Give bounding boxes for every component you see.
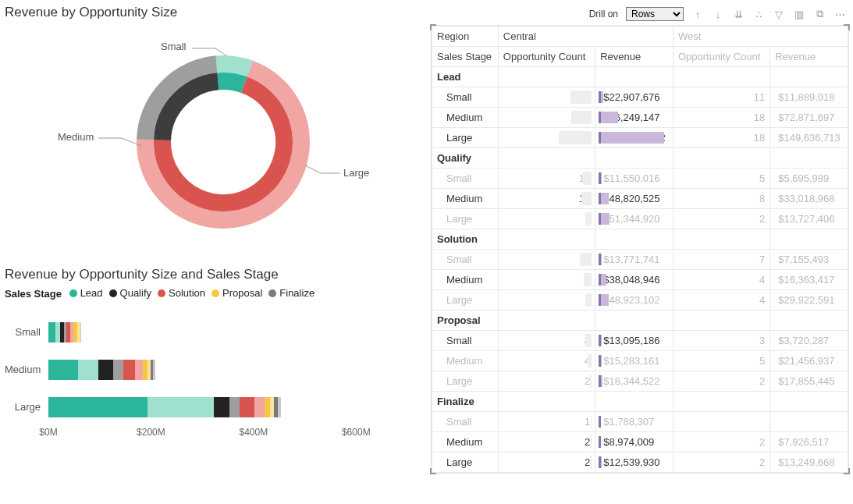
filter-icon[interactable]: ▽ [773,8,785,20]
popout-icon[interactable]: ⧉ [813,8,826,20]
matrix-group-head[interactable]: Proposal [432,311,499,331]
bar-segment[interactable] [254,397,265,417]
matrix-group-head[interactable]: Solution [432,229,499,250]
matrix-cell-opp: 26 [498,87,595,108]
bar-segment[interactable] [78,360,98,380]
matrix-group-head[interactable]: Lead [432,67,499,87]
focus-mode-icon[interactable]: ▥ [793,8,805,20]
bar-segment[interactable] [98,360,113,380]
bar-segment[interactable] [229,397,240,417]
matrix-cell-opp: 12 [498,189,595,209]
donut-label-medium: Medium [58,131,94,143]
bar-segment[interactable] [113,360,123,380]
legend-swatch-icon [109,289,117,297]
matrix-header-region[interactable]: West [673,27,848,47]
bar-segment[interactable] [147,397,214,417]
matrix-row[interactable]: Medium4$15,283,1615$21,456,937 [432,351,848,371]
matrix-cell-opp: 3 [673,331,769,351]
matrix-cell-opp: 2 [673,371,769,392]
matrix-cell-rev: $149,636,713 [770,128,848,148]
legend-label: Solution [169,287,205,299]
axis-tick: $400M [239,427,268,438]
matrix-cell-opp: 2 [673,453,769,473]
matrix-row[interactable]: Medium2$8,974,0092$7,926,517 [432,432,848,453]
matrix-header[interactable]: Sales Stage [432,47,499,67]
axis-tick: $0M [39,427,57,438]
bar-category-label: Medium [5,364,48,375]
drill-on-select[interactable]: RowsColumns [626,7,684,21]
bar-segment[interactable] [135,360,143,380]
legend-item[interactable]: Solution [158,287,205,299]
matrix-row[interactable]: Medium9$38,048,9464$16,363,417 [432,270,848,290]
matrix-row[interactable]: Small1$1,788,307 [432,412,848,432]
matrix-cell-rev: $12,539,930 [595,453,674,473]
matrix-group-head[interactable]: Finalize [432,392,499,412]
legend-item[interactable]: Proposal [211,287,262,299]
drill-down-icon[interactable]: ↓ [712,8,724,20]
matrix-cell-rev: $15,283,161 [595,351,674,371]
matrix-cell-opp: 18 [673,108,769,128]
bar-segment[interactable] [214,397,229,417]
matrix-row[interactable]: Small26$22,907,67611$11,889,018 [432,87,848,108]
matrix-row[interactable]: Medium12$48,820,5258$33,018,968 [432,189,848,209]
matrix-cell-rev: $18,344,522 [595,371,674,392]
expand-down-icon[interactable]: ⇊ [732,8,745,20]
legend-item[interactable]: Qualify [109,287,151,299]
bar-segment[interactable] [48,322,55,343]
matrix-cell-rev: $8,974,009 [595,432,674,453]
bar-segment[interactable] [240,397,254,417]
matrix-visual[interactable]: RegionCentralWestSales StageOpportunity … [431,25,849,474]
matrix-header[interactable]: Region [432,27,499,47]
legend-label: Finalize [279,287,315,299]
matrix-row[interactable]: Medium25$96,249,14718$72,871,697 [432,108,848,128]
matrix-row-label: Medium [432,351,499,371]
matrix-header-region[interactable]: Central [498,27,673,47]
matrix-cell-rev: $13,771,741 [595,250,674,270]
matrix-row[interactable]: Large2$12,539,9302$13,249,668 [432,453,848,473]
matrix-header-measure[interactable]: Opportunity Count [673,47,769,67]
bar-segment[interactable] [153,360,155,380]
matrix-row[interactable]: Large7$48,923,1024$29,922,591 [432,290,848,311]
bar-segment[interactable] [265,397,270,417]
matrix-row-label: Small [432,169,499,189]
expand-all-icon[interactable]: ⛬ [752,8,765,20]
matrix-cell-rev: $48,820,525 [595,189,674,209]
matrix-header-measure[interactable]: Revenue [770,47,848,67]
legend-item[interactable]: Finalize [268,287,315,299]
matrix-row-label: Medium [432,270,499,290]
bar-segment[interactable] [278,397,280,417]
bar-row[interactable]: Medium [5,351,411,389]
matrix-cell-rev: $16,363,417 [770,270,848,290]
drill-up-icon[interactable]: ↑ [691,8,704,20]
matrix-cell-rev: $51,344,920 [595,209,674,229]
bar-row[interactable]: Large [5,389,411,426]
matrix-cell-rev: $3,720,287 [770,331,848,351]
matrix-row[interactable]: Small13$13,771,7417$7,155,493 [432,250,848,270]
donut-chart[interactable]: Small Medium Large [52,25,379,251]
bar-segment[interactable] [48,360,78,380]
matrix-cell-opp: 4 [673,270,769,290]
matrix-group-head[interactable]: Qualify [432,148,499,169]
more-options-icon[interactable]: ⋯ [833,8,846,20]
matrix-row[interactable]: Large2$18,344,5222$17,855,445 [432,371,848,392]
matrix-cell-opp: 8 [673,189,769,209]
matrix-row[interactable]: Large7$51,344,9202$13,727,406 [432,209,848,229]
matrix-row[interactable]: Small10$11,550,0165$5,695,989 [432,169,848,189]
drill-on-label: Drill on [589,9,618,20]
stacked-bar-chart[interactable]: SmallMediumLarge [5,314,411,426]
matrix-row[interactable]: Small8$13,095,1863$3,720,287 [432,331,848,351]
bar-row[interactable]: Small [5,314,411,351]
matrix-cell-rev: $11,889,018 [770,87,848,108]
matrix-header-measure[interactable]: Revenue [595,47,674,67]
bar-segment[interactable] [80,322,81,343]
matrix-row[interactable]: Large40$321,876,49218$149,636,713 [432,128,848,148]
matrix-header-measure[interactable]: Opportunity Count [498,47,595,67]
bar-segment[interactable] [123,360,135,380]
chart2-title: Revenue by Opportunity Size and Sales St… [5,267,426,282]
matrix-cell-opp: 25 [498,108,595,128]
legend-item[interactable]: Lead [69,287,103,299]
matrix-toolbar: Drill on RowsColumns ↑ ↓ ⇊ ⛬ ▽ ▥ ⧉ ⋯ [431,5,849,23]
bar-segment[interactable] [48,397,147,417]
legend-title: Sales Stage [5,288,62,300]
matrix-cell-opp: 7 [498,290,595,311]
